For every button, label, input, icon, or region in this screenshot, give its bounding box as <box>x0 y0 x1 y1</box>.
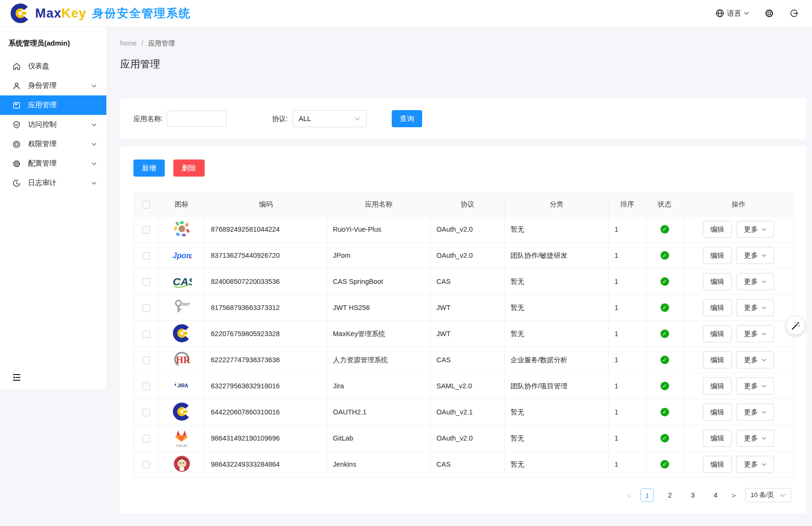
status-cell: ✓ <box>646 321 683 347</box>
row-checkbox[interactable] <box>142 304 150 312</box>
more-button[interactable]: 更多 <box>736 351 774 368</box>
status-cell: ✓ <box>646 399 683 425</box>
protocol-cell: OAuth_v2.0 <box>431 216 505 243</box>
magic-wand-fab-button[interactable] <box>786 317 804 335</box>
more-button[interactable]: 更多 <box>736 247 774 264</box>
pagination-next-button[interactable]: > <box>732 491 736 499</box>
sidebar-item-dashboard[interactable]: 仪表盘 <box>0 56 106 76</box>
page-title: 应用管理 <box>120 57 812 71</box>
app-name-cell: GitLab <box>327 425 431 451</box>
edit-button[interactable]: 编辑 <box>703 430 732 447</box>
search-button[interactable]: 查询 <box>392 110 422 127</box>
jira-logo: JIRA <box>172 376 192 396</box>
sidebar-item-app[interactable]: 应用管理 <box>0 95 106 115</box>
category-cell: 团队协作/项目管理 <box>505 373 609 399</box>
table-row: JWT817568793663373312JWT HS256JWT暂无1✓编辑更… <box>134 295 794 321</box>
row-select-cell <box>134 373 159 399</box>
svg-text:Jpom: Jpom <box>172 251 192 260</box>
pagination-prev-button[interactable]: < <box>627 491 631 499</box>
edit-button[interactable]: 编辑 <box>703 273 732 290</box>
app-logo-cell: Jpom <box>159 243 205 269</box>
chevron-down-icon <box>761 305 766 310</box>
row-checkbox[interactable] <box>142 435 150 442</box>
pagination-page-4[interactable]: 4 <box>709 488 722 502</box>
edit-button[interactable]: 编辑 <box>703 377 732 394</box>
pagination-page-2[interactable]: 2 <box>663 488 677 502</box>
add-button[interactable]: 新增 <box>133 160 165 177</box>
more-button[interactable]: 更多 <box>736 299 774 316</box>
table-header-row: 图标编码应用名称协议分类排序状态操作 <box>134 193 794 216</box>
column-header: 分类 <box>505 193 609 216</box>
sidebar-item-config[interactable]: 配置管理 <box>0 154 106 173</box>
breadcrumb-home-link[interactable]: home <box>120 39 137 48</box>
column-header: 编码 <box>205 193 327 216</box>
table-row: 876892492581044224RuoYi-Vue-PlusOAuth_v2… <box>134 216 794 243</box>
category-cell: 暂无 <box>505 451 609 478</box>
edit-button[interactable]: 编辑 <box>703 351 732 368</box>
row-checkbox[interactable] <box>142 252 150 260</box>
actions-cell: 编辑更多 <box>683 321 794 347</box>
row-select-cell <box>134 321 159 347</box>
sidebar-collapse-button[interactable] <box>11 372 22 383</box>
app-name-input[interactable] <box>167 111 227 127</box>
more-button[interactable]: 更多 <box>736 221 774 238</box>
status-active-icon: ✓ <box>661 329 669 338</box>
status-cell: ✓ <box>646 216 683 243</box>
status-active-icon: ✓ <box>661 251 669 260</box>
row-checkbox[interactable] <box>142 330 150 338</box>
main-content: home / 应用管理 应用管理 应用名称: 协议: ALL 查询 新增 删除 … <box>107 27 812 526</box>
edit-button[interactable]: 编辑 <box>703 247 732 264</box>
sort-cell: 1 <box>609 243 646 269</box>
edit-button[interactable]: 编辑 <box>703 221 732 238</box>
more-button[interactable]: 更多 <box>736 273 774 290</box>
row-checkbox[interactable] <box>142 226 150 234</box>
app-id-cell: 622227747938373638 <box>205 347 327 373</box>
status-active-icon: ✓ <box>661 460 669 469</box>
row-checkbox[interactable] <box>142 461 150 469</box>
table-row: CAS824008507220033536CAS SpringBootCAS暂无… <box>134 269 794 295</box>
search-panel: 应用名称: 协议: ALL 查询 <box>120 98 806 139</box>
more-button[interactable]: 更多 <box>736 377 774 394</box>
pagination-page-1[interactable]: 1 <box>641 488 654 502</box>
select-all-checkbox[interactable] <box>142 201 150 208</box>
sidebar-item-label: 应用管理 <box>28 101 97 110</box>
sidebar-item-audit[interactable]: 日志审计 <box>0 173 106 193</box>
sidebar-item-identity[interactable]: 身份管理 <box>0 76 106 95</box>
app-name-cell: OAUTH2.1 <box>327 399 431 425</box>
status-active-icon: ✓ <box>661 434 669 442</box>
more-button[interactable]: 更多 <box>736 456 774 473</box>
logout-button[interactable] <box>789 9 799 18</box>
edit-button[interactable]: 编辑 <box>703 456 732 473</box>
protocol-select[interactable]: ALL <box>293 110 367 127</box>
more-button[interactable]: 更多 <box>736 430 774 447</box>
edit-button[interactable]: 编辑 <box>703 404 732 421</box>
edit-button[interactable]: 编辑 <box>703 299 732 316</box>
row-checkbox[interactable] <box>142 409 150 416</box>
select-all-header-cell <box>134 193 159 216</box>
category-cell: 暂无 <box>505 425 609 451</box>
page-size-select[interactable]: 10 条/页 <box>745 488 791 502</box>
sidebar-item-permission[interactable]: 权限管理 <box>0 134 106 154</box>
more-button[interactable]: 更多 <box>736 404 774 421</box>
settings-gear-button[interactable] <box>765 9 774 18</box>
audit-icon <box>12 179 21 188</box>
app-name-cell: RuoYi-Vue-Plus <box>327 216 431 243</box>
more-button[interactable]: 更多 <box>736 325 774 342</box>
row-checkbox[interactable] <box>142 383 150 390</box>
language-switcher[interactable]: 语言 <box>715 9 749 18</box>
pagination-page-3[interactable]: 3 <box>686 488 699 502</box>
admin-user-label: 系统管理员(admin) <box>0 27 106 56</box>
column-header: 状态 <box>646 193 683 216</box>
edit-button[interactable]: 编辑 <box>703 325 732 342</box>
maxkey-logo-icon <box>9 2 31 24</box>
row-checkbox[interactable] <box>142 357 150 364</box>
delete-button[interactable]: 删除 <box>173 160 205 177</box>
table-row: HR622227747938373638人力资源管理系统CAS企业服务/数据分析… <box>134 347 794 373</box>
table-row: Jpom837136275440926720JPomOAuth_v2.0团队协作… <box>134 243 794 269</box>
row-checkbox[interactable] <box>142 278 150 286</box>
sort-cell: 1 <box>609 216 646 243</box>
more-button-label: 更多 <box>744 277 758 286</box>
chevron-down-icon <box>761 410 766 415</box>
sidebar-item-access[interactable]: 访问控制 <box>0 115 106 134</box>
category-cell: 团队协作/敏捷研发 <box>505 243 609 269</box>
